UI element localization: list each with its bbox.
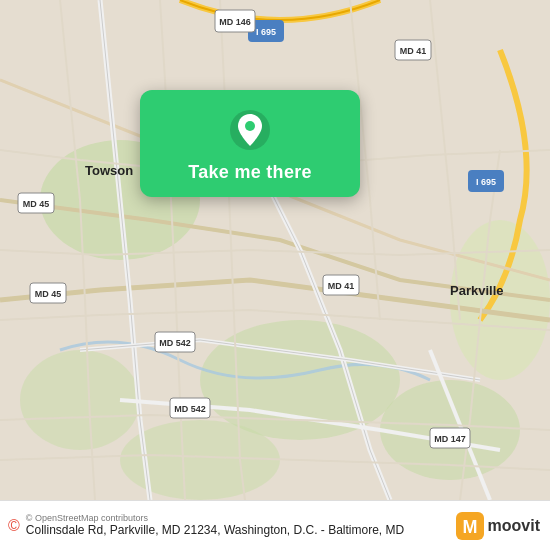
bottom-left-info: © © OpenStreetMap contributors Collinsda… bbox=[8, 513, 456, 539]
address-text: Collinsdale Rd, Parkville, MD 21234, Was… bbox=[26, 523, 404, 539]
moovit-text: moovit bbox=[488, 517, 540, 535]
svg-text:I 695: I 695 bbox=[476, 177, 496, 187]
location-pin-icon bbox=[228, 108, 272, 152]
svg-text:MD 542: MD 542 bbox=[159, 338, 191, 348]
osm-circle-icon: © bbox=[8, 517, 20, 535]
svg-text:MD 147: MD 147 bbox=[434, 434, 466, 444]
svg-text:M: M bbox=[462, 517, 477, 537]
svg-text:I 695: I 695 bbox=[256, 27, 276, 37]
svg-point-28 bbox=[245, 121, 255, 131]
bottom-bar: © © OpenStreetMap contributors Collinsda… bbox=[0, 500, 550, 550]
towson-label: Towson bbox=[85, 163, 133, 178]
svg-text:MD 542: MD 542 bbox=[174, 404, 206, 414]
location-card[interactable]: Take me there bbox=[140, 90, 360, 197]
moovit-logo: M moovit bbox=[456, 512, 540, 540]
svg-text:MD 41: MD 41 bbox=[400, 46, 427, 56]
map-container: I 695 I 695 MD 146 MD 45 MD 45 MD 41 MD … bbox=[0, 0, 550, 500]
svg-text:MD 146: MD 146 bbox=[219, 17, 251, 27]
svg-text:MD 45: MD 45 bbox=[23, 199, 50, 209]
osm-attribution: © OpenStreetMap contributors bbox=[26, 513, 404, 523]
take-me-there-button[interactable]: Take me there bbox=[188, 162, 312, 183]
parkville-label: Parkville bbox=[450, 283, 504, 298]
svg-text:MD 41: MD 41 bbox=[328, 281, 355, 291]
svg-text:MD 45: MD 45 bbox=[35, 289, 62, 299]
moovit-m-icon: M bbox=[456, 512, 484, 540]
